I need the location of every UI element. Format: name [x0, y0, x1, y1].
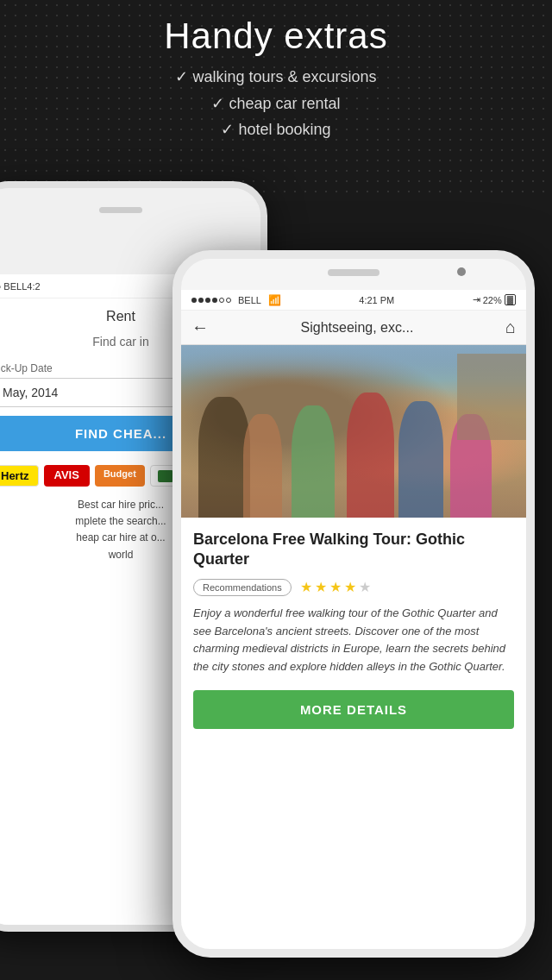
front-nav-bar: ← Sightseeing, exc... ⌂ — [181, 311, 526, 345]
status-time: 4:21 PM — [359, 295, 394, 305]
phone-back-speaker — [99, 207, 142, 213]
battery-icon: ▓ — [505, 294, 516, 305]
budget-logo: Budget — [95, 465, 145, 487]
tour-description: Enjoy a wonderful free walking tour of t… — [193, 605, 514, 676]
carrier-text: ○○ BELL — [0, 281, 27, 292]
phone-back-top — [0, 188, 260, 231]
star-1: ★ — [300, 579, 312, 595]
nav-title: Sightseeing, exc... — [301, 320, 414, 336]
more-details-button[interactable]: MORE DETAILS — [193, 690, 514, 729]
front-camera — [457, 267, 466, 276]
header-title: Handy extras — [0, 16, 552, 57]
person-1 — [198, 397, 250, 518]
dot-6 — [226, 298, 231, 303]
building — [457, 354, 526, 440]
status-right: ⇥ 22% ▓ — [473, 294, 516, 305]
feature-3: ✓ hotel booking — [0, 116, 552, 143]
signal-dots — [191, 298, 231, 303]
star-4: ★ — [344, 579, 356, 595]
person-3 — [292, 405, 335, 518]
person-2 — [243, 414, 282, 518]
front-content: Barcelona Free Walking Tour: Gothic Quar… — [181, 518, 526, 741]
phone-front-screen: BELL 📶 4:21 PM ⇥ 22% ▓ ← Sightseeing, ex… — [181, 290, 526, 949]
tag-row: Recommendations ★ ★ ★ ★ ★ — [193, 579, 514, 596]
back-button[interactable]: ← — [191, 317, 209, 337]
recommendations-tag: Recommendations — [193, 579, 292, 596]
dot-4 — [212, 298, 217, 303]
dot-2 — [198, 298, 204, 303]
feature-2: ✓ cheap car rental — [0, 91, 552, 117]
person-5 — [398, 401, 443, 518]
carrier-label: BELL — [238, 295, 261, 305]
battery-text: 22% — [483, 295, 502, 305]
front-status-bar: BELL 📶 4:21 PM ⇥ 22% ▓ — [181, 290, 526, 311]
national-green-icon — [158, 470, 173, 482]
wifi-icon: 📶 — [268, 294, 281, 306]
dot-5 — [219, 298, 224, 303]
status-left: BELL 📶 — [191, 294, 281, 306]
dot-3 — [205, 298, 210, 303]
header-features: ✓ walking tours & excursions ✓ cheap car… — [0, 64, 552, 143]
front-speaker — [328, 269, 380, 276]
feature-1: ✓ walking tours & excursions — [0, 64, 552, 91]
time-text: 4:2 — [27, 281, 40, 292]
header-section: Handy extras ✓ walking tours & excursion… — [0, 16, 552, 143]
home-icon[interactable]: ⌂ — [505, 317, 516, 337]
dot-1 — [191, 298, 197, 303]
phone-front: BELL 📶 4:21 PM ⇥ 22% ▓ ← Sightseeing, ex… — [172, 250, 535, 958]
person-4 — [347, 393, 394, 518]
tour-image — [181, 345, 526, 518]
star-rating: ★ ★ ★ ★ ★ — [300, 579, 371, 595]
star-2: ★ — [315, 579, 327, 595]
star-3: ★ — [329, 579, 342, 595]
avis-logo: AVIS — [44, 465, 90, 487]
tour-title: Barcelona Free Walking Tour: Gothic Quar… — [193, 530, 514, 570]
hertz-logo: Hertz — [0, 465, 39, 487]
star-5: ★ — [359, 579, 371, 595]
bluetooth-icon: ⇥ — [473, 294, 480, 305]
